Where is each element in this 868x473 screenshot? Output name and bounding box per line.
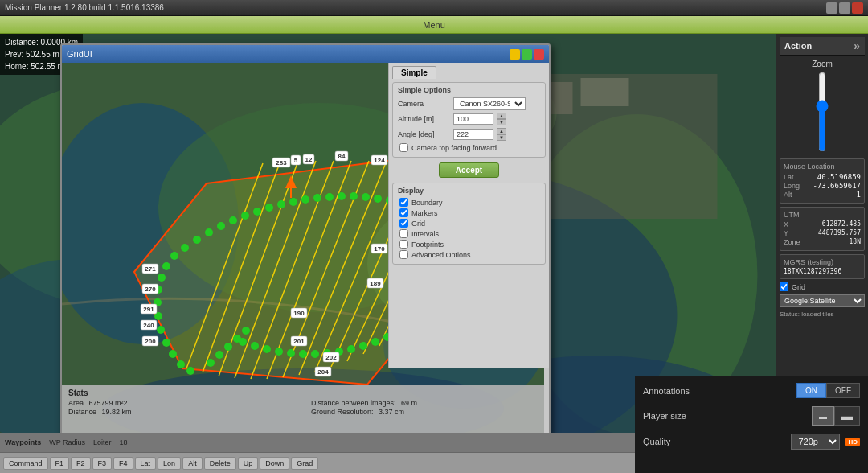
svg-text:270: 270 <box>145 286 156 293</box>
zoom-slider[interactable] <box>817 72 828 152</box>
intervals-checkbox[interactable] <box>399 229 408 238</box>
close-button[interactable] <box>852 2 863 14</box>
svg-point-54 <box>193 236 201 244</box>
svg-text:204: 204 <box>317 368 329 376</box>
svg-point-95 <box>275 348 283 356</box>
accept-button[interactable]: Accept <box>439 162 499 178</box>
alt-button[interactable]: Alt <box>182 457 203 470</box>
right-bottom-panel: Annotations ON OFF Player size ▬ ▬ Quali… <box>635 376 868 473</box>
long-row: Long -73.6659617 <box>784 182 861 190</box>
boundary-checkbox[interactable] <box>399 198 408 207</box>
grid-ui-title-label: GridUI <box>67 49 92 59</box>
ground-res-label: Ground Resolution: <box>311 408 374 416</box>
tab-simple[interactable]: Simple <box>392 66 436 79</box>
grid-toggle-checkbox[interactable] <box>780 282 788 291</box>
down-button[interactable]: Down <box>260 457 289 470</box>
lon-button[interactable]: Lon <box>158 457 181 470</box>
svg-point-37 <box>207 359 215 367</box>
annotations-on-button[interactable]: ON <box>796 383 826 398</box>
delete-button[interactable]: Delete <box>204 457 236 470</box>
area-label: Area <box>68 399 84 407</box>
player-size-small[interactable]: ▬ <box>812 406 834 426</box>
altitude-up[interactable]: ▲ <box>497 113 506 119</box>
zoom-label: Zoom <box>812 60 833 68</box>
area-value: 675799 m²2 <box>89 399 128 407</box>
grad-button[interactable]: Grad <box>291 457 318 470</box>
bottom-bar: Waypoints WP Radius Loiter 18 Command F1… <box>0 433 635 473</box>
player-size-large[interactable]: ▬ <box>834 406 860 426</box>
svg-point-50 <box>158 274 166 282</box>
svg-text:5: 5 <box>294 157 298 164</box>
annotations-toggle: ON OFF <box>796 383 860 398</box>
stats-title: Stats <box>68 389 538 397</box>
quality-select[interactable]: 480p 720p 1080p <box>791 434 840 450</box>
altitude-down[interactable]: ▼ <box>497 119 506 125</box>
svg-text:170: 170 <box>374 245 385 253</box>
grid-display-checkbox[interactable] <box>399 219 408 228</box>
alt-key: Alt <box>784 191 792 199</box>
f3-button[interactable]: F3 <box>92 457 113 470</box>
svg-text:189: 189 <box>370 280 381 287</box>
loiter-label: Loiter <box>93 438 112 446</box>
svg-point-69 <box>374 195 382 203</box>
altitude-input[interactable] <box>453 113 493 125</box>
svg-point-97 <box>251 342 259 350</box>
svg-point-46 <box>157 326 165 334</box>
altitude-spinner[interactable]: ▲ ▼ <box>497 113 506 125</box>
command-button[interactable]: Command <box>3 457 48 470</box>
tab-bar: Simple <box>392 66 546 79</box>
minimize-button[interactable] <box>826 2 837 14</box>
svg-text:190: 190 <box>293 310 305 317</box>
stats-grid: Area 675799 m²2 Distance between images:… <box>68 399 538 416</box>
alt-val: -1 <box>852 191 861 199</box>
markers-checkbox[interactable] <box>399 208 408 217</box>
stats-panel: Stats Area 675799 m²2 Distance between i… <box>62 385 544 433</box>
utm-y-key: Y <box>784 229 788 237</box>
angle-spinner[interactable]: ▲ ▼ <box>497 128 506 141</box>
svg-point-68 <box>362 193 370 201</box>
svg-point-42 <box>186 367 194 375</box>
up-button[interactable]: Up <box>238 457 259 470</box>
grid-row: Grid <box>398 219 540 228</box>
grid-toggle-row: Grid <box>780 282 865 291</box>
svg-point-60 <box>265 204 273 212</box>
action-expand-icon[interactable]: » <box>854 39 860 52</box>
camera-top-checkbox[interactable] <box>399 143 408 152</box>
grid-toggle-label: Grid <box>792 283 805 291</box>
maximize-button[interactable] <box>839 2 850 14</box>
lat-button[interactable]: Lat <box>135 457 157 470</box>
annotations-off-button[interactable]: OFF <box>826 383 860 398</box>
quality-row: Quality 480p 720p 1080p HD <box>643 434 860 450</box>
map-type-select[interactable]: Google:Satellite <box>780 294 865 307</box>
angle-input[interactable] <box>453 129 493 140</box>
utm-x-key: X <box>784 220 788 228</box>
footprints-checkbox[interactable] <box>399 240 408 249</box>
utm-y-row: Y 4487395.757 <box>784 229 861 237</box>
svg-point-61 <box>277 200 285 208</box>
camera-select[interactable]: Canon SX260-SX28 <box>453 97 526 110</box>
wp-radius-label: WP Radius <box>49 438 85 446</box>
f2-button[interactable]: F2 <box>71 457 91 470</box>
mgrs-box: MGRS (testing) 18TXK1287297396 <box>780 254 865 279</box>
f4-button[interactable]: F4 <box>113 457 133 470</box>
grid-ui-maximize[interactable] <box>522 49 532 60</box>
utm-zone-row: Zone 18N <box>784 238 861 246</box>
f1-button[interactable]: F1 <box>50 457 70 470</box>
waypoints-label: Waypoints <box>5 438 41 446</box>
advanced-checkbox[interactable] <box>399 250 408 259</box>
angle-up[interactable]: ▲ <box>497 128 506 134</box>
menu-bar[interactable]: Menu <box>0 16 868 34</box>
dist-between-label: Distance between images: <box>311 399 396 407</box>
zoom-area: Zoom <box>780 59 865 155</box>
utm-x-row: X 612872.485 <box>784 220 861 228</box>
angle-down[interactable]: ▼ <box>497 134 506 141</box>
utm-title: UTM <box>784 211 861 219</box>
footprints-label: Footprints <box>411 241 444 249</box>
boundary-row: Boundary <box>398 198 540 207</box>
mgrs-value: 18TXK1287297396 <box>784 268 861 275</box>
grid-ui-close[interactable] <box>534 49 544 60</box>
utm-y-val: 4487395.757 <box>818 229 861 237</box>
grid-ui-title-bar[interactable]: GridUI <box>62 45 549 63</box>
svg-point-96 <box>263 345 271 353</box>
grid-ui-minimize[interactable] <box>510 49 520 60</box>
